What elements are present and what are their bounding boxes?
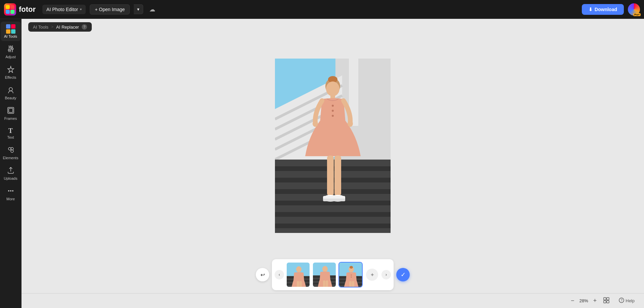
svg-rect-1 [10, 5, 14, 9]
svg-rect-69 [323, 280, 325, 287]
magic-wand-icon: ✦ [370, 272, 374, 278]
view-mode-icon [603, 297, 609, 303]
svg-point-79 [351, 277, 352, 278]
text-icon: T [8, 127, 13, 134]
sidebar-item-frames[interactable]: Frames [1, 103, 21, 123]
svg-rect-82 [347, 287, 352, 287]
open-image-dropdown-button[interactable]: ▾ [134, 4, 143, 14]
breadcrumb-current: AI Replacer [56, 25, 79, 30]
svg-rect-48 [334, 156, 341, 196]
thumbnails-container: ‹ [272, 259, 394, 290]
thumbnail-3-image [339, 263, 363, 287]
breadcrumb-parent[interactable]: AI Tools [33, 25, 48, 30]
sidebar-item-beauty[interactable]: Beauty [1, 83, 21, 103]
beauty-icon [7, 86, 14, 95]
svg-rect-47 [327, 156, 334, 196]
canvas-area [22, 35, 644, 256]
download-label: Download [595, 7, 617, 12]
svg-point-13 [9, 88, 12, 91]
sidebar-item-elements[interactable]: Elements [1, 143, 21, 163]
main-layout: AI Tools Adjust [0, 19, 644, 308]
frames-icon [7, 107, 14, 115]
breadcrumb-bar: AI Tools > AI Replacer ? [22, 19, 644, 35]
zoom-in-button[interactable]: + [593, 297, 597, 304]
svg-rect-37 [275, 224, 391, 228]
sidebar: AI Tools Adjust [0, 19, 22, 308]
download-button[interactable]: ⬇ Download [582, 4, 624, 15]
elements-icon [7, 146, 14, 155]
breadcrumb-help-icon[interactable]: ? [82, 24, 87, 30]
next-thumbnail-button[interactable]: › [381, 270, 391, 279]
sidebar-item-beauty-label: Beauty [5, 96, 16, 100]
sidebar-item-text-label: Text [7, 135, 14, 139]
sidebar-item-uploads[interactable]: Uploads [1, 163, 21, 183]
logo-icon [4, 3, 16, 15]
svg-point-20 [10, 190, 11, 192]
cloud-icon: ☁ [149, 6, 155, 13]
thumbnail-1-image [287, 263, 310, 287]
svg-rect-15 [9, 108, 13, 112]
svg-rect-36 [275, 212, 391, 217]
help-button[interactable]: ? Help [616, 296, 637, 305]
app-title-button[interactable]: AI Photo Editor ▾ [42, 5, 86, 14]
svg-rect-62 [299, 281, 302, 287]
adjust-icon [7, 45, 14, 54]
prev-icon: ‹ [279, 272, 280, 277]
sidebar-item-frames-label: Frames [4, 116, 17, 121]
svg-point-60 [296, 266, 301, 272]
svg-point-19 [8, 190, 9, 192]
magic-wand-button[interactable]: ✦ [366, 269, 378, 281]
logo-text: fotor [19, 5, 36, 14]
thumbnail-2[interactable] [312, 262, 336, 287]
avatar[interactable]: Pro+ [628, 3, 640, 15]
sidebar-item-adjust[interactable]: Adjust [1, 42, 21, 62]
status-bar: − 28% + ? Help [22, 293, 644, 308]
svg-point-46 [348, 120, 353, 127]
open-image-dropdown-icon: ▾ [137, 7, 139, 12]
svg-point-78 [351, 275, 352, 276]
sidebar-item-more[interactable]: More [1, 184, 21, 204]
zoom-controls: − 28% + [571, 297, 597, 304]
zoom-out-button[interactable]: − [571, 297, 574, 304]
title-chevron-icon: ▾ [80, 7, 82, 11]
svg-rect-83 [352, 287, 357, 287]
thumbnail-3[interactable] [338, 262, 363, 287]
svg-point-42 [332, 105, 334, 107]
svg-rect-3 [10, 10, 14, 14]
svg-point-40 [326, 81, 339, 96]
open-image-button[interactable]: + Open Image [90, 4, 130, 14]
confirm-icon: ✓ [401, 271, 406, 278]
cloud-button[interactable]: ☁ [147, 4, 157, 15]
svg-rect-61 [297, 281, 299, 287]
confirm-button[interactable]: ✓ [396, 268, 410, 281]
svg-rect-81 [352, 281, 354, 287]
ai-tools-icon [6, 24, 15, 34]
svg-rect-86 [604, 301, 606, 303]
sidebar-item-effects-label: Effects [5, 75, 16, 79]
view-mode-button[interactable] [601, 296, 612, 306]
sidebar-item-uploads-label: Uploads [4, 176, 17, 180]
main-photo [275, 59, 391, 233]
sidebar-item-more-label: More [6, 197, 15, 201]
topbar: fotor AI Photo Editor ▾ + Open Image ▾ ☁… [0, 0, 644, 19]
effects-icon [7, 66, 14, 74]
breadcrumb-separator: > [51, 25, 53, 29]
app-title-label: AI Photo Editor [46, 7, 78, 12]
breadcrumb: AI Tools > AI Replacer ? [28, 22, 92, 32]
sidebar-item-ai-tools[interactable]: AI Tools [1, 22, 21, 41]
svg-rect-0 [6, 5, 10, 9]
zoom-level: 28% [577, 298, 591, 303]
undo-button[interactable]: ↩ [256, 268, 269, 281]
prev-thumbnail-button[interactable]: ‹ [275, 270, 284, 279]
thumbnail-1[interactable] [286, 262, 310, 287]
svg-point-43 [332, 110, 334, 112]
svg-text:?: ? [621, 299, 623, 302]
sidebar-item-effects[interactable]: Effects [1, 62, 21, 82]
sidebar-item-adjust-label: Adjust [5, 55, 16, 59]
sidebar-item-ai-tools-label: AI Tools [4, 34, 17, 38]
undo-icon: ↩ [260, 272, 265, 278]
svg-rect-2 [6, 10, 10, 14]
svg-point-10 [11, 48, 13, 50]
sidebar-item-text[interactable]: T Text [1, 124, 21, 142]
thumbnails-bar: ↩ ‹ [22, 256, 644, 293]
